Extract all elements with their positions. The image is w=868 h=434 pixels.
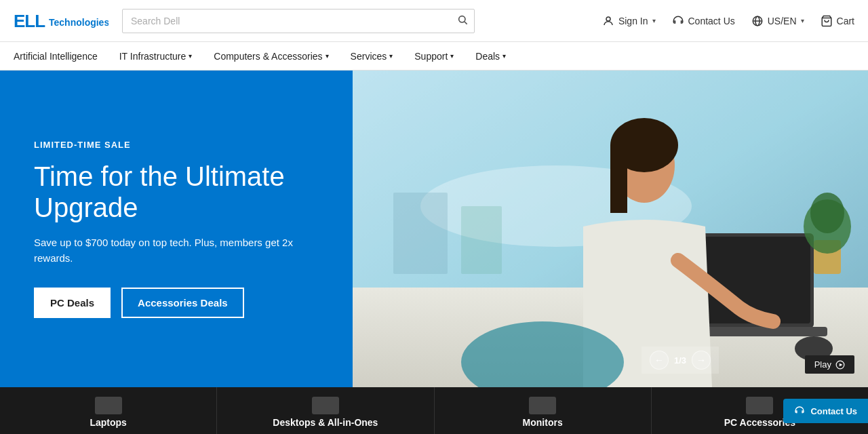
- header-actions: Sign In ▾ Contact Us US/EN ▾: [602, 15, 854, 27]
- nav-support-caret-icon: ▾: [450, 42, 454, 71]
- desktops-icon: [312, 397, 339, 414]
- dell-logo-svg: ELL Technologies: [14, 11, 108, 31]
- nav-deals-caret-icon: ▾: [502, 42, 506, 71]
- search-input[interactable]: [122, 9, 475, 33]
- search-container: [122, 9, 475, 33]
- play-icon: [835, 360, 845, 370]
- nav-item-computers[interactable]: Computers & Accessories ▾: [214, 42, 328, 71]
- carousel-play-button[interactable]: Play: [805, 355, 854, 374]
- desktops-label: Desktops & All-in-Ones: [273, 417, 378, 428]
- svg-rect-13: [461, 206, 502, 274]
- carousel-next-button[interactable]: →: [692, 351, 711, 370]
- category-monitors[interactable]: Monitors: [435, 387, 652, 434]
- hero-subtitle: Save up to $700 today on top tech. Plus,…: [34, 235, 319, 266]
- hero-cta-buttons: PC Deals Accessories Deals: [34, 288, 319, 318]
- nav-item-deals[interactable]: Deals ▾: [475, 42, 506, 71]
- site-header: ELL Technologies Sign In ▾: [0, 0, 868, 42]
- nav-ai-label: Artificial Intelligence: [14, 42, 98, 71]
- hero-tag: LIMITED-TIME SALE: [34, 140, 319, 150]
- contact-us-header-button[interactable]: Contact Us: [672, 15, 735, 27]
- contact-us-header-label: Contact Us: [688, 16, 735, 26]
- monitors-label: Monitors: [523, 417, 563, 428]
- pc-accessories-icon: [746, 397, 773, 414]
- category-strip: Laptops Desktops & All-in-Ones Monitors …: [0, 387, 868, 434]
- carousel-counter: 1/3: [674, 355, 686, 366]
- locale-caret-icon: ▾: [801, 17, 804, 24]
- nav-services-caret-icon: ▾: [389, 42, 393, 71]
- globe-icon: [751, 15, 764, 27]
- category-laptops[interactable]: Laptops: [0, 387, 217, 434]
- svg-rect-12: [393, 193, 448, 274]
- svg-text:Technologies: Technologies: [49, 17, 108, 28]
- nav-it-caret-icon: ▾: [189, 42, 192, 71]
- search-button[interactable]: [457, 14, 468, 28]
- hero-banner: LIMITED-TIME SALE Time for the Ultimate …: [0, 71, 868, 387]
- hero-title: Time for the Ultimate Upgrade: [34, 161, 319, 223]
- carousel-prev-button[interactable]: ←: [650, 351, 669, 370]
- person-icon: [602, 15, 614, 27]
- nav-item-it[interactable]: IT Infrastructure ▾: [119, 42, 193, 71]
- cart-label: Cart: [837, 16, 854, 26]
- svg-point-24: [810, 193, 844, 233]
- hero-image: ← 1/3 → Play: [353, 71, 868, 387]
- laptops-icon: [95, 397, 122, 414]
- nav-computers-caret-icon: ▾: [326, 42, 329, 71]
- monitors-icon: [529, 397, 556, 414]
- nav-computers-label: Computers & Accessories: [214, 42, 322, 71]
- svg-point-2: [459, 16, 465, 22]
- logo[interactable]: ELL Technologies: [14, 11, 108, 31]
- nav-it-label: IT Infrastructure: [119, 42, 186, 71]
- headset-floating-icon: [794, 406, 805, 416]
- accessories-deals-button[interactable]: Accessories Deals: [121, 288, 244, 318]
- sign-in-label: Sign In: [618, 16, 648, 26]
- nav-item-ai[interactable]: Artificial Intelligence: [14, 42, 98, 71]
- cart-icon: [821, 15, 833, 27]
- contact-floating-button[interactable]: Contact Us: [783, 399, 868, 423]
- hero-content: LIMITED-TIME SALE Time for the Ultimate …: [0, 71, 353, 387]
- svg-text:ELL: ELL: [14, 11, 45, 31]
- svg-rect-20: [610, 145, 627, 213]
- signin-caret-icon: ▾: [652, 17, 656, 24]
- headset-icon: [672, 15, 684, 27]
- play-label: Play: [814, 359, 831, 370]
- svg-line-3: [465, 22, 467, 24]
- primary-nav: Artificial Intelligence IT Infrastructur…: [0, 42, 868, 71]
- svg-point-4: [606, 17, 610, 21]
- hero-background-svg: [353, 71, 868, 387]
- search-icon: [457, 14, 468, 25]
- nav-support-label: Support: [414, 42, 448, 71]
- locale-button[interactable]: US/EN ▾: [751, 15, 804, 27]
- sign-in-button[interactable]: Sign In ▾: [602, 15, 656, 27]
- laptops-label: Laptops: [90, 417, 126, 428]
- locale-label: US/EN: [768, 16, 797, 26]
- nav-deals-label: Deals: [475, 42, 500, 71]
- cart-button[interactable]: Cart: [821, 15, 854, 27]
- nav-item-support[interactable]: Support ▾: [414, 42, 454, 71]
- category-desktops[interactable]: Desktops & All-in-Ones: [217, 387, 434, 434]
- nav-services-label: Services: [351, 42, 387, 71]
- contact-floating-label: Contact Us: [810, 406, 857, 416]
- svg-marker-27: [840, 363, 843, 366]
- nav-item-services[interactable]: Services ▾: [351, 42, 393, 71]
- pc-deals-button[interactable]: PC Deals: [34, 288, 111, 318]
- carousel-controls: ← 1/3 →: [642, 347, 719, 374]
